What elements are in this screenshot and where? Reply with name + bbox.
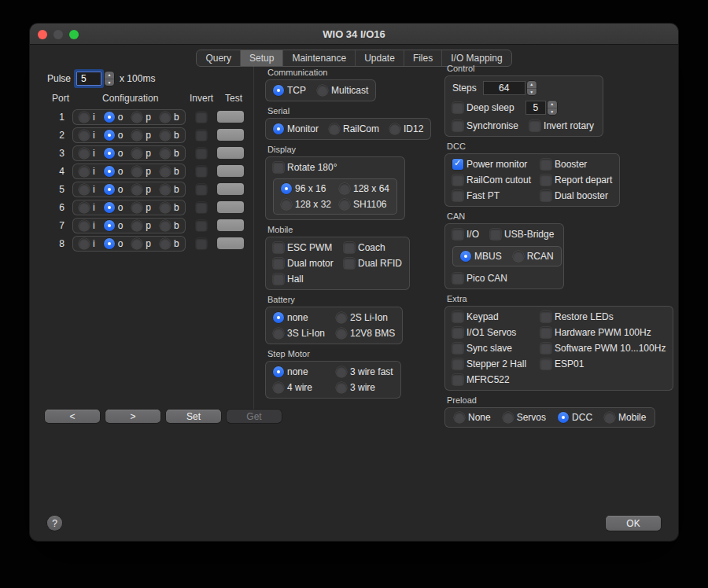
tab-setup[interactable]: Setup bbox=[241, 50, 283, 66]
radio-mbus[interactable]: MBUS bbox=[460, 251, 502, 262]
invert-checkbox[interactable] bbox=[196, 220, 207, 231]
radio-monitor[interactable]: Monitor bbox=[273, 123, 319, 134]
invert-rotary-checkbox[interactable]: Invert rotary bbox=[529, 120, 594, 131]
test-button[interactable] bbox=[217, 129, 244, 141]
test-button[interactable] bbox=[217, 237, 244, 249]
check-hardware-pwm[interactable]: Hardware PWM 100Hz bbox=[540, 327, 666, 338]
radio-preload-none[interactable]: None bbox=[454, 412, 491, 423]
radio-12v8-bms[interactable]: 12V8 BMS bbox=[336, 328, 395, 339]
port-config-p[interactable]: p bbox=[131, 112, 151, 123]
tab-update[interactable]: Update bbox=[356, 50, 404, 66]
port-config-p[interactable]: p bbox=[131, 202, 151, 213]
port-config-b[interactable]: b bbox=[160, 184, 179, 195]
invert-checkbox[interactable] bbox=[196, 148, 207, 159]
check-railcom-cutout[interactable]: RailCom cutout bbox=[452, 175, 533, 186]
port-config-o[interactable]: o bbox=[104, 184, 124, 195]
port-config-o[interactable]: o bbox=[104, 112, 124, 123]
check-esc-pwm[interactable]: ESC PWM bbox=[273, 242, 336, 253]
stepper-down-icon[interactable]: ▼ bbox=[105, 79, 114, 86]
port-config-o[interactable]: o bbox=[104, 238, 124, 249]
synchronise-checkbox[interactable]: Synchronise bbox=[452, 120, 518, 131]
check-fast-pt[interactable]: Fast PT bbox=[452, 190, 533, 201]
tab-files[interactable]: Files bbox=[404, 50, 442, 66]
port-config-o[interactable]: o bbox=[104, 220, 124, 231]
check-report-depart[interactable]: Report depart bbox=[540, 175, 612, 186]
port-config-p[interactable]: p bbox=[131, 166, 151, 177]
radio-96x16[interactable]: 96 x 16 bbox=[281, 183, 331, 194]
steps-input[interactable]: 64 bbox=[483, 81, 525, 95]
test-button[interactable] bbox=[217, 183, 244, 195]
port-config-o[interactable]: o bbox=[104, 166, 124, 177]
deep-sleep-checkbox[interactable]: Deep sleep bbox=[452, 102, 514, 113]
port-config-o[interactable]: o bbox=[104, 148, 124, 159]
port-config-b[interactable]: b bbox=[160, 112, 179, 123]
port-config-i[interactable]: i bbox=[79, 184, 95, 195]
radio-step-none[interactable]: none bbox=[273, 366, 328, 377]
radio-128x64[interactable]: 128 x 64 bbox=[339, 183, 389, 194]
invert-checkbox[interactable] bbox=[196, 202, 207, 213]
port-config-p[interactable]: p bbox=[131, 184, 151, 195]
radio-tcp[interactable]: TCP bbox=[273, 85, 306, 96]
test-button[interactable] bbox=[217, 147, 244, 159]
check-booster[interactable]: Booster bbox=[540, 159, 612, 170]
check-sync-slave[interactable]: Sync slave bbox=[452, 343, 533, 354]
check-stepper-2-hall[interactable]: Stepper 2 Hall bbox=[452, 358, 533, 369]
set-button[interactable]: Set bbox=[166, 410, 221, 423]
tab-maintenance[interactable]: Maintenance bbox=[283, 50, 356, 66]
help-button[interactable]: ? bbox=[47, 516, 62, 531]
check-coach[interactable]: Coach bbox=[344, 242, 402, 253]
invert-checkbox[interactable] bbox=[196, 166, 207, 177]
check-software-pwm[interactable]: Software PWM 10...100Hz bbox=[540, 343, 666, 354]
check-power-monitor[interactable]: Power monitor bbox=[452, 159, 533, 170]
port-config-i[interactable]: i bbox=[79, 112, 95, 123]
port-config-b[interactable]: b bbox=[160, 130, 179, 141]
check-dual-booster[interactable]: Dual booster bbox=[540, 190, 612, 201]
stepper-down-icon[interactable]: ▼ bbox=[527, 88, 537, 96]
radio-2s-liion[interactable]: 2S Li-Ion bbox=[336, 312, 395, 323]
stepper-up-icon[interactable]: ▲ bbox=[527, 81, 537, 88]
port-config-p[interactable]: p bbox=[131, 238, 151, 249]
invert-checkbox[interactable] bbox=[196, 112, 207, 123]
zoom-button[interactable] bbox=[69, 30, 79, 39]
port-config-b[interactable]: b bbox=[160, 238, 179, 249]
ok-button[interactable]: OK bbox=[606, 516, 661, 531]
port-config-p[interactable]: p bbox=[131, 220, 151, 231]
deep-sleep-input[interactable]: 5 bbox=[525, 101, 546, 115]
stepper-up-icon[interactable]: ▲ bbox=[105, 72, 114, 79]
check-esp01[interactable]: ESP01 bbox=[540, 358, 666, 369]
radio-3-wire[interactable]: 3 wire bbox=[336, 382, 393, 393]
port-config-b[interactable]: b bbox=[160, 202, 179, 213]
check-dual-rfid[interactable]: Dual RFID bbox=[344, 258, 402, 269]
port-config-p[interactable]: p bbox=[131, 130, 151, 141]
radio-sh1106[interactable]: SH1106 bbox=[339, 199, 389, 210]
port-config-i[interactable]: i bbox=[79, 166, 95, 177]
check-io1-servos[interactable]: I/O1 Servos bbox=[452, 327, 533, 338]
test-button[interactable] bbox=[217, 219, 244, 231]
pulse-input[interactable]: 5 bbox=[76, 72, 101, 86]
port-config-p[interactable]: p bbox=[131, 148, 151, 159]
port-config-i[interactable]: i bbox=[79, 130, 95, 141]
radio-multicast[interactable]: Multicast bbox=[317, 85, 368, 96]
test-button[interactable] bbox=[217, 165, 244, 177]
stepper-down-icon[interactable]: ▼ bbox=[548, 108, 557, 116]
radio-railcom[interactable]: RailCom bbox=[329, 123, 379, 134]
check-usb-bridge[interactable]: USB-Bridge bbox=[490, 229, 554, 240]
radio-battery-none[interactable]: none bbox=[273, 312, 328, 323]
radio-preload-mobile[interactable]: Mobile bbox=[604, 412, 646, 423]
check-pico-can[interactable]: Pico CAN bbox=[452, 273, 556, 284]
stepper-up-icon[interactable]: ▲ bbox=[548, 101, 557, 108]
port-config-i[interactable]: i bbox=[79, 238, 95, 249]
port-config-o[interactable]: o bbox=[104, 202, 124, 213]
radio-preload-servos[interactable]: Servos bbox=[503, 412, 546, 423]
radio-rcan[interactable]: RCAN bbox=[513, 251, 554, 262]
radio-preload-dcc[interactable]: DCC bbox=[558, 412, 592, 423]
invert-checkbox[interactable] bbox=[196, 130, 207, 141]
test-button[interactable] bbox=[217, 201, 244, 213]
port-config-i[interactable]: i bbox=[79, 220, 95, 231]
radio-3-wire-fast[interactable]: 3 wire fast bbox=[336, 366, 393, 377]
port-config-o[interactable]: o bbox=[104, 130, 124, 141]
port-config-b[interactable]: b bbox=[160, 166, 179, 177]
minimize-button[interactable] bbox=[53, 30, 63, 39]
radio-4-wire[interactable]: 4 wire bbox=[273, 382, 328, 393]
invert-checkbox[interactable] bbox=[196, 184, 207, 195]
